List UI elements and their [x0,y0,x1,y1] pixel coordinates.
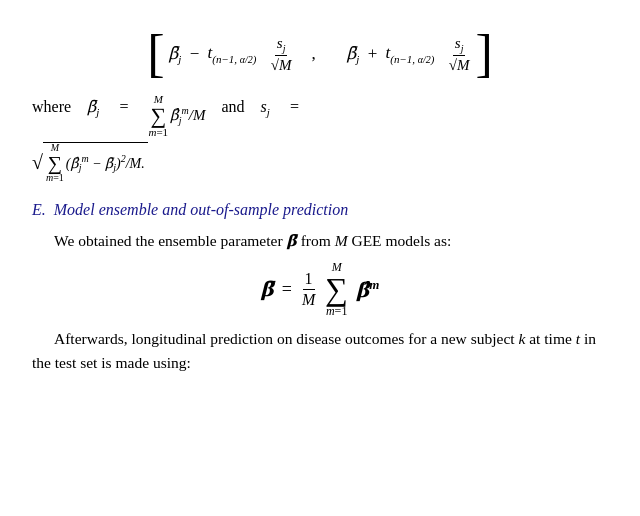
t-var: t [576,330,580,347]
center-sum-bottom: m=1 [326,305,347,317]
sj-num-left: sj [275,34,288,56]
bold-beta-bar: β̄ [286,232,296,249]
sqrt-line: √ M ∑ m=1 (β̂jm − β̄j)2/M. [32,142,608,183]
paragraph-1: We obtained the ensemble parameter β̄ fr… [32,229,608,253]
bracket-formula: [ β̄j − t(n−1, α/2) sj √M , β̄j [32,28,608,80]
section-title: Model ensemble and out-of-sample predict… [54,201,348,218]
left-term: β̄j − t(n−1, α/2) sj √M [169,34,294,74]
eq-sign: = [282,279,292,300]
beta-bar-j-def: β̄j [87,94,99,122]
sum-expr: M ∑ m=1 β̂jm/M [148,94,205,138]
right-term: β̄j + t(n−1, α/2) sj √M [347,34,472,74]
frac-right: sj √M [447,34,472,74]
frac-1-num: 1 [303,269,315,289]
frac-M-den: M [300,290,317,309]
section-heading: E. Model ensemble and out-of-sample pred… [32,201,608,219]
left-bracket: [ [147,28,164,80]
minus-sign: − [185,44,203,64]
equals-1: = [119,94,128,120]
sqrt-symbol: √ [32,151,43,174]
beta-hat-mj: β̂jm/M [170,103,205,129]
paragraph-2: Afterwards, longitudinal prediction on d… [32,327,608,375]
frac-left: sj √M [269,34,294,74]
center-sigma: ∑ [325,273,348,305]
t-func-right: t(n−1, α/2) [385,43,434,64]
sj-var: sj [261,94,270,122]
one-over-M: 1 M [300,269,317,308]
equals-2: = [290,94,299,120]
bracket-content: β̄j − t(n−1, α/2) sj √M , β̄j + t(n−1 [165,34,476,74]
M-var: M [335,232,348,249]
where-line-1: where β̄j = M ∑ m=1 β̂jm/M and sj = [32,94,608,138]
k-var: k [518,330,525,347]
comma: , [312,44,329,64]
from-word: from [301,232,335,249]
sqrt-inner: (β̂jm − β̄j)2/M. [66,153,145,173]
t-func-left: t(n−1, α/2) [207,43,256,64]
beta-bar-j-right: β̄j [347,43,360,65]
beta-bar-j-left: β̄j [169,43,182,65]
sum-notation-2: M ∑ m=1 [46,143,64,183]
sum-notation: M ∑ m=1 [148,94,168,138]
plus-sign: + [363,44,381,64]
dot-right [439,44,443,64]
right-bracket: ] [476,28,493,80]
lhs-beta-bar: β̄ [261,277,274,301]
sqrt-content: M ∑ m=1 (β̂jm − β̄j)2/M. [43,142,148,183]
sum-bottom: m=1 [148,127,168,138]
sum-block-center: M ∑ m=1 [325,261,348,317]
center-formula: β̄ = 1 M M ∑ m=1 β̂m [32,261,608,317]
section-label: E. [32,201,46,218]
sigma-symbol: ∑ [150,105,166,127]
and-word: and [221,94,244,120]
sigma-2: ∑ [48,153,62,173]
sqrtM-den-right: √M [447,56,472,74]
where-label: where [32,94,71,120]
where-block: where β̄j = M ∑ m=1 β̂jm/M and sj = √ M [32,94,608,183]
sqrtM-den-left: √M [269,56,294,74]
sj-num-right: sj [453,34,466,56]
rhs-beta-hat-m: β̂m [356,277,379,302]
page: [ β̄j − t(n−1, α/2) sj √M , β̄j [0,0,640,516]
formula-content: β̄ = 1 M M ∑ m=1 β̂m [261,261,380,317]
dot-left [261,44,265,64]
sum-bot-2: m=1 [46,173,64,183]
